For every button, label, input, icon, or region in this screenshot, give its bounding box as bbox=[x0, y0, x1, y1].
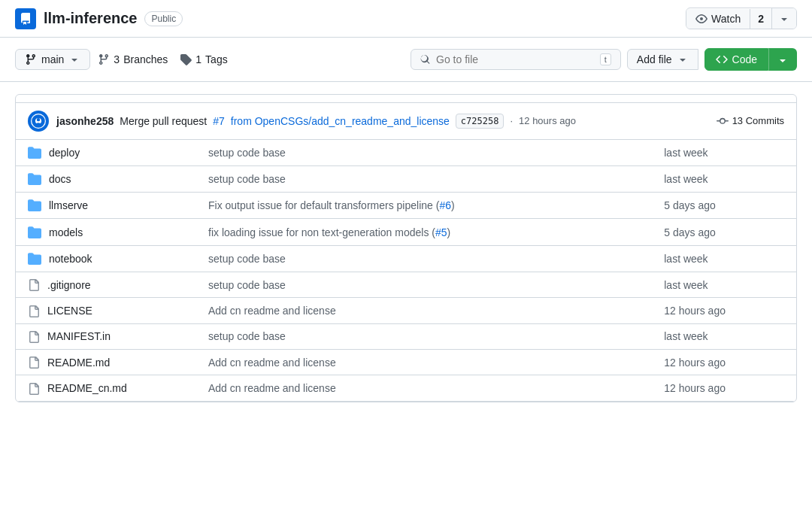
file-time: last week bbox=[664, 253, 707, 265]
file-name[interactable]: .gitignore bbox=[47, 279, 91, 291]
pr-link[interactable]: #7 bbox=[213, 115, 225, 127]
add-file-wrapper: Add file bbox=[627, 49, 698, 70]
folder-icon bbox=[28, 172, 41, 186]
file-time: 5 days ago bbox=[664, 199, 716, 211]
commit-message: Merge pull request bbox=[120, 115, 207, 127]
file-time: 12 hours ago bbox=[664, 305, 726, 317]
commit-hash[interactable]: c725258 bbox=[456, 114, 504, 129]
repo-title: llm-inference Public bbox=[15, 8, 183, 29]
watch-button-group: Watch 2 bbox=[686, 8, 797, 29]
table-row: llmserve Fix output issue for default tr… bbox=[16, 193, 796, 219]
table-row: docs setup code base last week bbox=[16, 165, 796, 192]
file-name[interactable]: llmserve bbox=[49, 199, 88, 211]
file-time: last week bbox=[664, 147, 707, 159]
commits-count-label: 13 Commits bbox=[732, 115, 784, 126]
file-time: 12 hours ago bbox=[664, 357, 726, 369]
file-name-cell: notebook bbox=[28, 252, 184, 266]
file-name-cell: LICENSE bbox=[28, 304, 184, 317]
pr-branch-link[interactable]: from OpenCSGs/add_cn_readme_and_license bbox=[231, 115, 450, 127]
table-row: notebook setup code base last week bbox=[16, 245, 796, 272]
branch-selector[interactable]: main bbox=[15, 49, 90, 70]
file-commit-msg: Add cn readme and license bbox=[208, 305, 336, 317]
branches-link[interactable]: 3 Branches bbox=[98, 53, 168, 65]
branches-label: Branches bbox=[123, 53, 168, 65]
file-icon bbox=[28, 304, 40, 317]
file-commit-msg: setup code base bbox=[208, 253, 286, 265]
commits-count[interactable]: 13 Commits bbox=[717, 115, 784, 127]
file-name[interactable]: notebook bbox=[49, 253, 92, 265]
file-commit-msg: setup code base bbox=[208, 279, 286, 291]
file-name[interactable]: MANIFEST.in bbox=[47, 330, 111, 342]
file-commit-msg: setup code base bbox=[208, 147, 286, 159]
file-commit-msg: Add cn readme and license bbox=[208, 357, 336, 369]
table-row: models fix loading issue for non text-ge… bbox=[16, 219, 796, 245]
watch-count[interactable]: 2 bbox=[750, 9, 771, 29]
search-box[interactable]: t bbox=[411, 49, 621, 70]
add-file-label: Add file bbox=[637, 53, 672, 65]
file-icon bbox=[28, 278, 40, 291]
avatar bbox=[28, 111, 49, 132]
watch-label: Watch bbox=[711, 13, 741, 25]
search-input[interactable] bbox=[436, 53, 594, 65]
file-name-cell: .gitignore bbox=[28, 278, 184, 291]
table-row: deploy setup code base last week bbox=[16, 140, 796, 166]
file-commit-msg: Add cn readme and license bbox=[208, 382, 336, 394]
add-file-button[interactable]: Add file bbox=[627, 49, 698, 70]
file-time: last week bbox=[664, 279, 707, 291]
file-icon bbox=[28, 330, 40, 343]
file-name[interactable]: README.md bbox=[47, 357, 110, 369]
file-time: 12 hours ago bbox=[664, 382, 726, 394]
watch-dropdown-button[interactable] bbox=[771, 8, 796, 29]
commit-time-value: 12 hours ago bbox=[519, 115, 576, 126]
file-name-cell: docs bbox=[28, 172, 184, 186]
repo-icon bbox=[15, 8, 36, 29]
toolbar-right: t Add file Code bbox=[411, 48, 797, 70]
pr-ref-link[interactable]: #5 bbox=[435, 226, 447, 238]
file-icon bbox=[28, 356, 40, 369]
file-time: last week bbox=[664, 173, 707, 185]
file-name[interactable]: deploy bbox=[49, 147, 80, 159]
tags-link[interactable]: 1 Tags bbox=[180, 53, 227, 65]
file-time: last week bbox=[664, 330, 707, 342]
tags-count: 1 bbox=[195, 53, 201, 65]
file-name[interactable]: LICENSE bbox=[47, 305, 92, 317]
file-table: deploy setup code base last week docs se… bbox=[16, 140, 796, 402]
file-name-cell: README.md bbox=[28, 356, 184, 369]
file-name[interactable]: docs bbox=[49, 173, 71, 185]
branches-count: 3 bbox=[114, 53, 120, 65]
committer-name[interactable]: jasonhe258 bbox=[56, 115, 114, 127]
code-button[interactable]: Code bbox=[704, 48, 768, 70]
folder-icon bbox=[28, 199, 41, 212]
file-name[interactable]: README_cn.md bbox=[47, 382, 127, 394]
branch-name: main bbox=[41, 53, 64, 65]
file-name-cell: MANIFEST.in bbox=[28, 330, 184, 343]
table-row: MANIFEST.in setup code base last week bbox=[16, 323, 796, 349]
search-kbd: t bbox=[600, 53, 611, 65]
table-row: README_cn.md Add cn readme and license 1… bbox=[16, 375, 796, 401]
file-name[interactable]: models bbox=[49, 226, 83, 238]
table-row: .gitignore setup code base last week bbox=[16, 272, 796, 298]
visibility-badge: Public bbox=[144, 11, 183, 26]
file-commit-msg: Fix output issue for default transformer… bbox=[208, 199, 455, 211]
file-time: 5 days ago bbox=[664, 226, 716, 238]
watch-main-button[interactable]: Watch bbox=[686, 9, 750, 29]
code-label: Code bbox=[732, 53, 757, 65]
repo-name: llm-inference bbox=[44, 10, 137, 27]
pr-ref-link[interactable]: #6 bbox=[439, 199, 451, 211]
file-commit-msg: fix loading issue for non text-generatio… bbox=[208, 226, 450, 238]
commit-time: · bbox=[510, 115, 513, 126]
toolbar: main 3 Branches 1 Tags bbox=[15, 38, 797, 80]
file-icon bbox=[28, 381, 40, 394]
file-commit-msg: setup code base bbox=[208, 173, 286, 185]
file-table-wrapper: jasonhe258 Merge pull request #7 from Op… bbox=[15, 94, 797, 402]
code-dropdown-button[interactable] bbox=[768, 48, 797, 70]
file-commit-msg: setup code base bbox=[208, 330, 286, 342]
file-name-cell: models bbox=[28, 225, 184, 238]
code-wrapper: Code bbox=[704, 48, 797, 70]
tags-label: Tags bbox=[205, 53, 228, 65]
table-row: README.md Add cn readme and license 12 h… bbox=[16, 349, 796, 375]
folder-icon bbox=[28, 252, 41, 266]
file-name-cell: README_cn.md bbox=[28, 381, 184, 394]
file-name-cell: deploy bbox=[28, 146, 184, 159]
commit-info: jasonhe258 Merge pull request #7 from Op… bbox=[56, 114, 709, 129]
